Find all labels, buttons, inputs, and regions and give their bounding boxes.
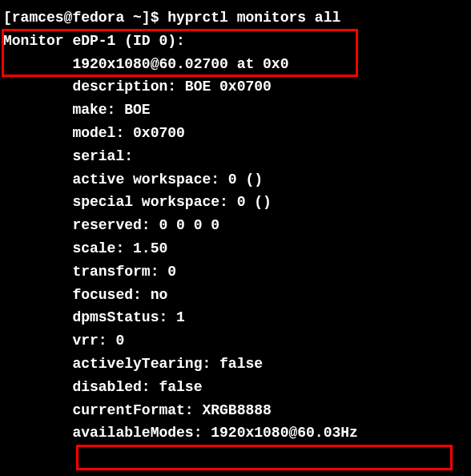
current-format-line: currentFormat: XRGB8888 [3,399,468,422]
actively-tearing-line: activelyTearing: false [3,353,468,376]
transform-line: transform: 0 [3,260,468,284]
prompt-line: [ramces@fedora ~]$ hyprctl monitors all [3,6,468,30]
make-line: make: BOE [3,99,468,122]
focused-line: focused: no [3,284,468,307]
special-workspace-line: special workspace: 0 () [3,191,468,214]
model-line: model: 0x0700 [3,122,468,145]
description-line: description: BOE 0x0700 [3,75,468,99]
vrr-line: vrr: 0 [3,329,468,353]
disabled-line: disabled: false [3,376,468,399]
serial-line: serial: [3,145,468,168]
command-text: hyprctl monitors all [167,10,340,26]
shell-prompt: [ramces@fedora ~]$ [3,10,167,26]
resolution-line: 1920x1080@60.02700 at 0x0 [3,53,468,76]
highlight-available-modes [76,445,453,470]
available-modes-line: availableModes: 1920x1080@60.03Hz [3,422,468,445]
scale-line: scale: 1.50 [3,237,468,260]
active-workspace-line: active workspace: 0 () [3,168,468,192]
reserved-line: reserved: 0 0 0 0 [3,214,468,237]
dpms-status-line: dpmsStatus: 1 [3,306,468,329]
monitor-header: Monitor eDP-1 (ID 0): [3,30,468,53]
